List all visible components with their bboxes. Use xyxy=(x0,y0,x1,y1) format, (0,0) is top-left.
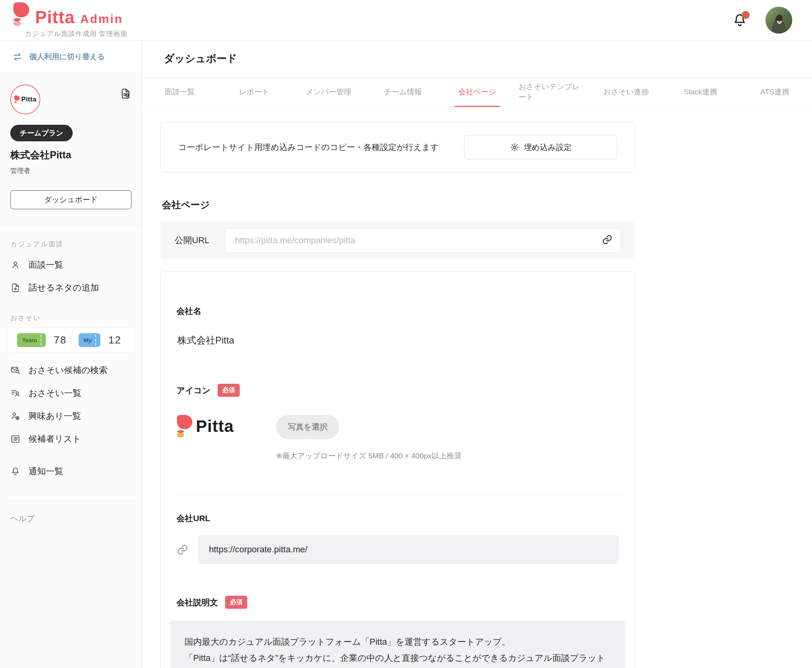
tab-bar: 面談一覧 レポート メンバー管理 チーム情報 会社ページ おさそいテンプレート … xyxy=(143,78,812,107)
brand-suffix: Admin xyxy=(80,12,123,26)
user-role: 管理者 xyxy=(10,166,132,175)
team-ticket-badge: Team xyxy=(17,333,46,347)
ticket-summary: Team 78 My 12 xyxy=(7,327,135,353)
pitta-mark-icon xyxy=(14,96,20,104)
list-person-icon xyxy=(10,388,21,398)
company-form-card: 会社名 株式会社Pitta アイコン 必須 Pitta 写真を選択 ※最大アップ… xyxy=(160,271,635,668)
tab-company-page[interactable]: 会社ページ xyxy=(440,78,514,107)
link-icon xyxy=(602,235,613,245)
select-photo-button[interactable]: 写真を選択 xyxy=(276,415,339,439)
user-avatar[interactable] xyxy=(765,7,792,34)
public-url-label: 公開URL xyxy=(175,235,209,246)
icon-label: アイコン xyxy=(177,385,211,396)
page-title: ダッシュボード xyxy=(164,52,812,66)
notification-bell-button[interactable] xyxy=(732,13,747,28)
sidebar-item-label: 興味あり一覧 xyxy=(28,410,81,422)
company-description-textarea[interactable]: 国内最大のカジュアル面談プラットフォーム「Pitta」を運営するスタートアップ。… xyxy=(170,621,625,668)
sidebar-item-label: 話せるネタの追加 xyxy=(28,282,99,294)
person-globe-icon xyxy=(10,411,21,421)
copy-link-button[interactable] xyxy=(602,235,613,247)
sidebar-item-candidate-list[interactable]: 候補者リスト xyxy=(0,428,142,450)
company-name: 株式会社Pitta xyxy=(10,148,132,161)
dashboard-button[interactable]: ダッシュボード xyxy=(10,190,132,209)
sidebar-item-label: 候補者リスト xyxy=(28,433,81,445)
swap-arrows-icon xyxy=(12,52,23,62)
sidebar-item-invite-candidate-search[interactable]: おさそい候補の検索 xyxy=(0,359,142,382)
brand-name: Pitta xyxy=(35,9,75,26)
tab-report[interactable]: レポート xyxy=(217,78,291,107)
sidebar-item-label: 面談一覧 xyxy=(28,259,63,271)
switch-link-label: 個人利用に切り替える xyxy=(29,52,105,62)
company-logo-text: Pitta xyxy=(21,96,36,103)
sidebar-item-label: おさそい一覧 xyxy=(28,387,81,399)
tab-member-management[interactable]: メンバー管理 xyxy=(291,78,366,107)
company-icon-logo-text: Pitta xyxy=(196,417,234,436)
embed-settings-button[interactable]: 埋め込み設定 xyxy=(464,135,617,159)
divider xyxy=(0,225,142,225)
gear-icon xyxy=(510,143,519,152)
my-ticket-group: My 12 xyxy=(71,333,129,347)
bell-icon xyxy=(10,466,21,477)
main-content: ダッシュボード 面談一覧 レポート メンバー管理 チーム情報 会社ページ おさそ… xyxy=(143,41,812,668)
sidebar-item-help[interactable]: ヘルプ xyxy=(10,513,132,524)
list-card-icon xyxy=(10,434,21,444)
sidebar-item-label: おさそい候補の検索 xyxy=(28,364,108,376)
sidebar-item-notifications[interactable]: 通知一覧 xyxy=(0,460,142,483)
company-name-label-row: 会社名 xyxy=(177,306,619,317)
app-header: Pitta Admin カジュアル面談作成用 管理画面 xyxy=(0,0,812,41)
tab-team-info[interactable]: チーム情報 xyxy=(366,78,440,107)
required-badge: 必須 xyxy=(225,596,247,609)
person-icon xyxy=(10,260,21,270)
team-ticket-group: Team 78 xyxy=(13,333,71,347)
company-logo-avatar: Pitta xyxy=(10,84,40,114)
company-page-info-button[interactable] xyxy=(120,88,132,101)
mail-search-icon xyxy=(10,365,21,375)
team-ticket-count: 78 xyxy=(54,334,67,346)
brand-logo[interactable]: Pitta Admin カジュアル面談作成用 管理画面 xyxy=(13,2,128,38)
company-url-label-row: 会社URL xyxy=(177,513,619,524)
company-url-label: 会社URL xyxy=(177,513,210,524)
section-label-invite: おさそい xyxy=(10,313,132,323)
description-label-row: 会社説明文 必須 xyxy=(177,596,619,609)
public-url-box: 公開URL xyxy=(160,221,635,259)
my-ticket-count: 12 xyxy=(108,334,121,346)
divider xyxy=(173,495,622,495)
upload-size-note: ※最大アップロードサイズ 5MB / 400 × 400px以上推奨 xyxy=(276,451,462,461)
description-label: 会社説明文 xyxy=(177,597,218,608)
sidebar-item-interview-list[interactable]: 面談一覧 xyxy=(0,253,142,276)
sidebar-item-interested-list[interactable]: 興味あり一覧 xyxy=(0,405,142,428)
plan-badge: チームプラン xyxy=(10,125,73,141)
section-label-casual-interview: カジュアル面談 xyxy=(10,240,132,249)
link-icon xyxy=(177,544,188,555)
tab-interview-list[interactable]: 面談一覧 xyxy=(143,78,217,107)
tab-invite-progress[interactable]: おさそい進捗 xyxy=(589,78,663,107)
sidebar: 個人利用に切り替える Pitta チームプラン 株式会社Pitta 管理者 ダッ… xyxy=(0,41,142,668)
public-url-input[interactable] xyxy=(235,235,594,246)
sidebar-item-invite-list[interactable]: おさそい一覧 xyxy=(0,382,142,405)
tab-ats-integration[interactable]: ATS連携 xyxy=(738,78,812,107)
brand-subtitle: カジュアル面談作成用 管理画面 xyxy=(25,29,128,38)
sidebar-item-add-topic[interactable]: 話せるネタの追加 xyxy=(0,276,142,299)
company-icon-preview: Pitta xyxy=(177,415,276,437)
my-ticket-badge: My xyxy=(79,333,101,347)
tab-slack-integration[interactable]: Slack連携 xyxy=(663,78,737,107)
switch-to-personal-link[interactable]: 個人利用に切り替える xyxy=(0,41,142,73)
required-badge: 必須 xyxy=(218,384,240,397)
sidebar-item-label: 通知一覧 xyxy=(28,465,63,477)
document-plus-icon xyxy=(10,283,21,293)
company-name-value: 株式会社Pitta xyxy=(177,334,619,347)
tab-invite-template[interactable]: おさそいテンプレート xyxy=(515,78,589,107)
company-name-label: 会社名 xyxy=(177,306,201,317)
divider xyxy=(6,501,136,501)
embed-settings-button-label: 埋め込み設定 xyxy=(524,142,572,153)
pitta-logo-icon xyxy=(13,2,30,26)
icon-label-row: アイコン 必須 xyxy=(177,384,619,397)
company-page-section-title: 会社ページ xyxy=(162,199,812,211)
embed-settings-card: コーポレートサイト用埋め込みコードのコピー・各種設定が行えます 埋め込み設定 xyxy=(160,122,635,173)
pitta-mark-icon xyxy=(177,415,193,437)
company-url-field xyxy=(198,535,619,564)
public-url-field xyxy=(225,228,621,253)
document-info-icon xyxy=(120,88,132,99)
embed-card-text: コーポレートサイト用埋め込みコードのコピー・各種設定が行えます xyxy=(178,142,439,153)
company-url-input[interactable] xyxy=(209,544,608,555)
